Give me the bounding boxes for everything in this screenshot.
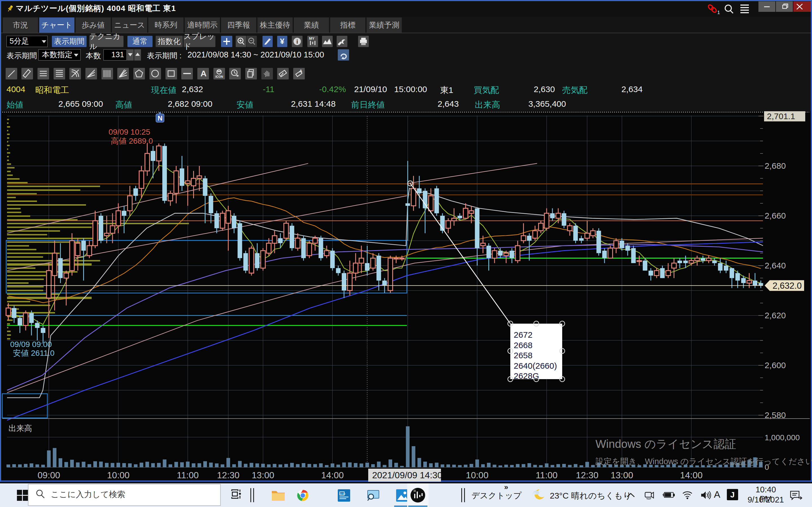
svg-text:2,680: 2,680: [765, 161, 786, 170]
svg-text:2,600: 2,600: [765, 360, 786, 370]
svg-text:12:30: 12:30: [576, 470, 598, 480]
svg-text:2672: 2672: [514, 330, 532, 339]
svg-text:設定を開き、Windows のライセンス認証を行ってください: 設定を開き、Windows のライセンス認証を行ってください。: [596, 457, 812, 466]
svg-text:1,000,000: 1,000,000: [765, 433, 800, 442]
svg-text:R: R: [414, 489, 416, 493]
svg-text:13:00: 13:00: [611, 470, 633, 480]
svg-text:09:00: 09:00: [38, 470, 60, 480]
svg-text:11:00: 11:00: [536, 470, 558, 480]
svg-text:09/09 10:25: 09/09 10:25: [109, 128, 150, 136]
svg-text:10:00: 10:00: [107, 470, 130, 480]
svg-text:2658: 2658: [514, 351, 532, 360]
svg-text:安値 2611.0: 安値 2611.0: [13, 349, 54, 357]
svg-text:10:00: 10:00: [466, 470, 488, 480]
svg-text:11:00: 11:00: [177, 470, 199, 480]
svg-text:2,620: 2,620: [765, 311, 786, 320]
svg-text:12:30: 12:30: [217, 470, 240, 480]
svg-text:14:00: 14:00: [321, 470, 344, 480]
svg-text:13:00: 13:00: [252, 470, 274, 480]
svg-text:2,632.0: 2,632.0: [772, 281, 802, 291]
svg-text:09/09 09:00: 09/09 09:00: [10, 340, 52, 349]
svg-text:2,640: 2,640: [765, 261, 786, 270]
svg-text:2640(2660): 2640(2660): [514, 361, 557, 371]
svg-text:14:00: 14:00: [680, 470, 703, 480]
svg-text:高値 2689.0: 高値 2689.0: [111, 136, 153, 145]
svg-text:Windows のライセンス認証: Windows のライセンス認証: [596, 438, 736, 450]
svg-text:N: N: [158, 114, 162, 122]
svg-text:12:00: 12:00: [340, 493, 346, 495]
svg-text:2,660: 2,660: [765, 211, 786, 220]
svg-text:2,701.1: 2,701.1: [767, 112, 795, 121]
svg-text:2628G: 2628G: [514, 371, 539, 381]
svg-text:2668: 2668: [514, 341, 532, 350]
svg-text:出来高: 出来高: [8, 424, 32, 433]
svg-text:2021/09/09 14:30: 2021/09/09 14:30: [372, 470, 442, 480]
